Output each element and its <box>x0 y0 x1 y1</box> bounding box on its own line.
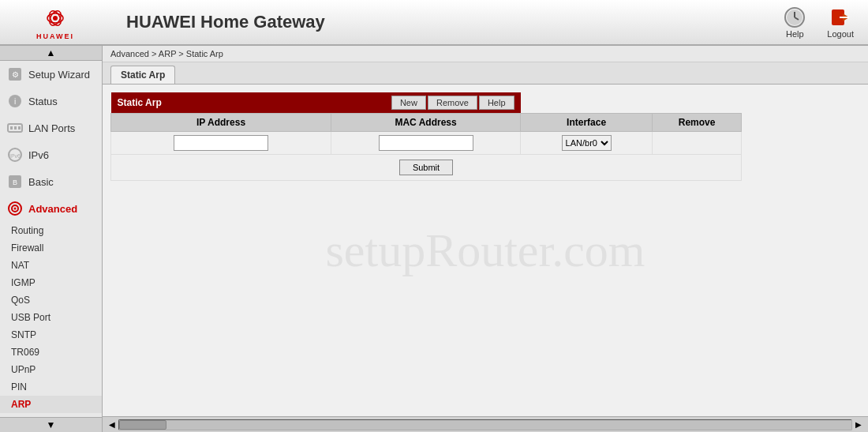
svg-text:B: B <box>13 178 17 186</box>
scrollbar-thumb[interactable] <box>119 420 166 430</box>
clock-icon <box>783 6 806 29</box>
header-actions: Help Logout <box>776 2 860 42</box>
huawei-logo-icon <box>36 5 75 32</box>
content: Advanced > ARP > Static Arp Static Arp s… <box>103 46 868 432</box>
arp-table-submit-row: Submit <box>111 155 742 181</box>
sidebar-sub-arp[interactable]: ARP <box>0 396 102 413</box>
svg-point-3 <box>53 16 58 21</box>
logo-area: HUAWEI <box>8 5 103 40</box>
arp-table-title: Static Arp <box>111 92 331 114</box>
sidebar-item-ipv6[interactable]: IPv6 IPv6 <box>0 141 102 168</box>
sidebar-sub-firewall[interactable]: Firewall <box>0 239 102 257</box>
static-arp-table: Static Arp New Remove Help IP Address <box>110 92 742 181</box>
breadcrumb: Advanced > ARP > Static Arp <box>103 46 868 62</box>
sidebar-scroll-up[interactable]: ▲ <box>0 46 102 61</box>
ip-address-input[interactable] <box>174 135 268 151</box>
sidebar-scroll-down[interactable]: ▼ <box>0 417 102 432</box>
scroll-left-arrow[interactable]: ◀ <box>106 420 118 429</box>
sidebar-item-status[interactable]: i Status <box>0 88 102 115</box>
sidebar-item-basic-label: Basic <box>28 176 54 188</box>
sidebar: ▲ ⚙ Setup Wizard i Status <box>0 46 103 432</box>
arp-action-btns: New Remove Help <box>338 96 514 110</box>
help-button[interactable]: Help <box>776 2 813 42</box>
table-area: Static Arp New Remove Help IP Address <box>103 85 868 189</box>
logout-button[interactable]: Logout <box>821 2 860 42</box>
sidebar-item-setup-wizard-label: Setup Wizard <box>28 69 90 81</box>
col-interface: Interface <box>521 114 653 132</box>
sidebar-item-lan-ports-label: LAN Ports <box>28 122 75 134</box>
sidebar-item-advanced[interactable]: Advanced <box>0 195 102 222</box>
col-remove: Remove <box>653 114 742 132</box>
sidebar-item-basic[interactable]: B Basic <box>0 168 102 195</box>
mac-address-input[interactable] <box>379 135 473 151</box>
logout-icon <box>829 6 852 29</box>
sidebar-sub-nat[interactable]: NAT <box>0 257 102 274</box>
huawei-logo-text: HUAWEI <box>36 32 74 40</box>
sidebar-item-lan-ports[interactable]: LAN Ports <box>0 115 102 141</box>
remove-cell <box>653 132 742 155</box>
svg-text:i: i <box>14 97 16 106</box>
interface-select[interactable]: LAN/br0 <box>562 135 612 151</box>
logout-label: Logout <box>827 29 854 39</box>
horizontal-scrollbar[interactable] <box>118 419 852 430</box>
sidebar-item-ipv6-label: IPv6 <box>28 149 49 161</box>
interface-cell: LAN/br0 <box>521 132 653 155</box>
scroll-right-arrow[interactable]: ▶ <box>852 420 865 429</box>
arp-table-col-row: IP Address MAC Address Interface Remove <box>111 114 742 132</box>
header: HUAWEI HUAWEI Home Gateway Help Logout <box>0 0 868 46</box>
ipv6-icon: IPv6 <box>6 146 24 163</box>
svg-point-25 <box>14 208 17 210</box>
status-icon: i <box>6 92 24 110</box>
help-table-button[interactable]: Help <box>479 96 514 110</box>
sidebar-sub-tr069[interactable]: TR069 <box>0 344 102 361</box>
header-title: HUAWEI Home Gateway <box>103 12 776 32</box>
basic-icon: B <box>6 173 24 190</box>
col-ip-address: IP Address <box>111 114 331 132</box>
advanced-icon <box>6 200 24 217</box>
sidebar-item-setup-wizard[interactable]: ⚙ Setup Wizard <box>0 61 102 88</box>
new-button[interactable]: New <box>391 96 426 110</box>
sidebar-sub-igmp[interactable]: IGMP <box>0 274 102 291</box>
tabs: Static Arp <box>103 62 868 85</box>
svg-rect-16 <box>10 126 13 130</box>
submit-cell: Submit <box>111 155 742 181</box>
sidebar-sub-sntp[interactable]: SNTP <box>0 326 102 344</box>
main: ▲ ⚙ Setup Wizard i Status <box>0 46 868 432</box>
sidebar-item-status-label: Status <box>28 96 58 107</box>
watermark: setupRouter.com <box>326 224 645 278</box>
lan-ports-icon <box>6 119 24 137</box>
mac-address-cell <box>331 132 521 155</box>
sidebar-sub-qos[interactable]: QoS <box>0 291 102 309</box>
sidebar-items: ⚙ Setup Wizard i Status LAN Ports <box>0 61 102 417</box>
svg-text:IPv6: IPv6 <box>9 153 21 159</box>
svg-rect-18 <box>18 126 21 130</box>
svg-rect-17 <box>14 126 17 130</box>
sidebar-sub-routing[interactable]: Routing <box>0 222 102 239</box>
setup-wizard-icon: ⚙ <box>6 66 24 83</box>
huawei-logo: HUAWEI <box>36 5 75 40</box>
remove-button[interactable]: Remove <box>428 96 477 110</box>
content-wrapper: setupRouter.com Static Arp New Remove He… <box>103 85 868 416</box>
help-label: Help <box>786 29 804 39</box>
arp-table-data-row: LAN/br0 <box>111 132 742 155</box>
col-mac-address: MAC Address <box>331 114 521 132</box>
sidebar-sub-usb-port[interactable]: USB Port <box>0 309 102 326</box>
ip-address-cell <box>111 132 331 155</box>
submit-button[interactable]: Submit <box>399 160 453 175</box>
sidebar-sub-upnp[interactable]: UPnP <box>0 361 102 378</box>
arp-table-header-row: Static Arp New Remove Help <box>111 92 742 114</box>
sidebar-item-advanced-label: Advanced <box>28 203 77 215</box>
bottom-bar: ◀ ▶ <box>103 416 868 432</box>
svg-text:⚙: ⚙ <box>12 70 19 79</box>
arp-table-actions-cell: New Remove Help <box>331 92 521 114</box>
sidebar-sub-pin[interactable]: PIN <box>0 378 102 396</box>
tab-static-arp[interactable]: Static Arp <box>110 66 175 84</box>
